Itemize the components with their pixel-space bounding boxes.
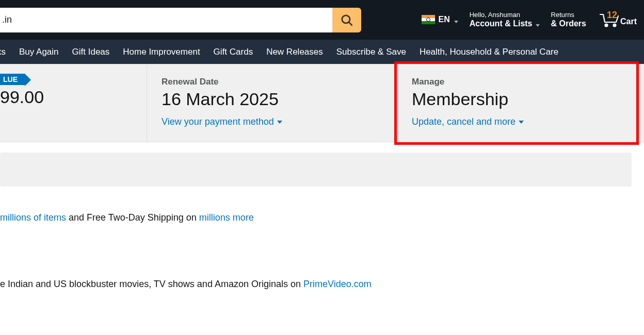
- payment-method-link[interactable]: View your payment method: [162, 116, 382, 127]
- renewal-label: Renewal Date: [162, 77, 382, 87]
- search-bar: [0, 8, 361, 32]
- nav-item-gift-ideas[interactable]: Gift Ideas: [72, 47, 110, 57]
- search-icon: [340, 13, 353, 27]
- nav-item-subscribe-save[interactable]: Subscribe & Save: [336, 47, 406, 57]
- search-input[interactable]: [0, 8, 332, 32]
- nav-item-home-improvement[interactable]: Home Improvement: [123, 47, 200, 57]
- chevron-down-icon: [519, 121, 524, 124]
- cart-count: 12: [607, 10, 617, 21]
- svg-point-3: [613, 24, 616, 27]
- language-selector[interactable]: EN: [422, 15, 458, 24]
- svg-point-2: [605, 24, 607, 27]
- nav-bar: ks Buy Again Gift Ideas Home Improvement…: [0, 40, 644, 64]
- returns-label: Returns: [551, 11, 586, 19]
- manage-label: Manage: [412, 77, 630, 87]
- benefit-shipping: millions of items and Free Two-Day Shipp…: [0, 211, 644, 224]
- renewal-date: 16 March 2025: [162, 89, 382, 109]
- payment-method-text: View your payment method: [162, 116, 274, 127]
- chevron-down-icon: [536, 24, 540, 27]
- cart-link[interactable]: 12 Cart: [598, 12, 637, 27]
- card-renewal: Renewal Date 16 March 2025 View your pay…: [147, 64, 397, 142]
- chevron-down-icon: [277, 121, 282, 124]
- millions-more-link[interactable]: millions more: [199, 212, 254, 223]
- svg-line-1: [349, 22, 352, 25]
- header: EN Hello, Anshuman Account & Lists Retur…: [0, 0, 644, 40]
- benefit-video: e Indian and US blockbuster movies, TV s…: [0, 278, 644, 291]
- card-manage-membership: Manage Membership Update, cancel and mor…: [397, 64, 644, 142]
- update-cancel-text: Update, cancel and more: [412, 116, 516, 127]
- nav-item-buy-again[interactable]: Buy Again: [19, 47, 59, 57]
- orders-label: & Orders: [551, 19, 586, 28]
- value-badge: LUE: [0, 74, 25, 85]
- account-lists-label: Account & Lists: [470, 19, 533, 28]
- primevideo-link[interactable]: PrimeVideo.com: [303, 279, 372, 289]
- membership-cards: LUE 99.00 Renewal Date 16 March 2025 Vie…: [0, 64, 644, 142]
- millions-items-link[interactable]: millions of items: [0, 212, 66, 223]
- nav-item-health-household[interactable]: Health, Household & Personal Care: [420, 47, 558, 57]
- orders-link[interactable]: Returns & Orders: [551, 11, 586, 28]
- nav-item[interactable]: ks: [0, 47, 6, 57]
- nav-item-gift-cards[interactable]: Gift Cards: [214, 47, 253, 57]
- chevron-down-icon: [454, 21, 458, 23]
- card-value: LUE 99.00: [0, 64, 147, 142]
- update-cancel-link[interactable]: Update, cancel and more: [412, 116, 630, 127]
- account-menu[interactable]: Hello, Anshuman Account & Lists: [470, 11, 540, 28]
- search-button[interactable]: [332, 8, 361, 32]
- info-strip: [0, 153, 632, 187]
- header-right: EN Hello, Anshuman Account & Lists Retur…: [401, 11, 639, 28]
- flag-india-icon: [422, 15, 435, 24]
- nav-item-new-releases[interactable]: New Releases: [266, 47, 323, 57]
- greeting-text: Hello, Anshuman: [470, 11, 540, 19]
- value-amount: 99.00: [0, 87, 132, 107]
- cart-label: Cart: [620, 17, 637, 26]
- benefit-video-text: e Indian and US blockbuster movies, TV s…: [0, 279, 303, 289]
- membership-title: Membership: [412, 89, 630, 109]
- benefit-shipping-text: and Free Two-Day Shipping on: [66, 212, 199, 223]
- language-code: EN: [438, 15, 449, 24]
